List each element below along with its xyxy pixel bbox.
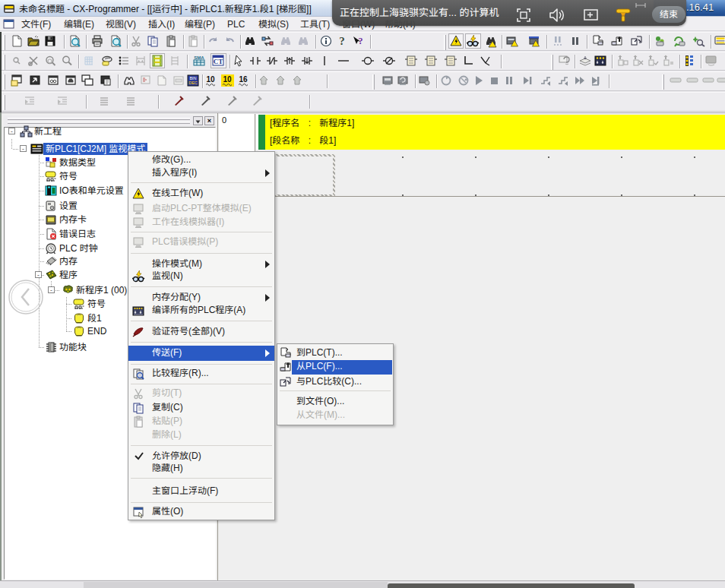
svg-text:10: 10 bbox=[223, 75, 232, 84]
svg-text:?: ? bbox=[359, 36, 363, 46]
svg-text:16: 16 bbox=[239, 75, 248, 84]
svg-text:CT: CT bbox=[214, 58, 223, 65]
svg-text:SMA: SMA bbox=[194, 55, 204, 60]
svg-text:?: ? bbox=[339, 35, 345, 47]
svg-text:DEC: DEC bbox=[188, 81, 198, 85]
svg-text:10: 10 bbox=[206, 75, 215, 84]
